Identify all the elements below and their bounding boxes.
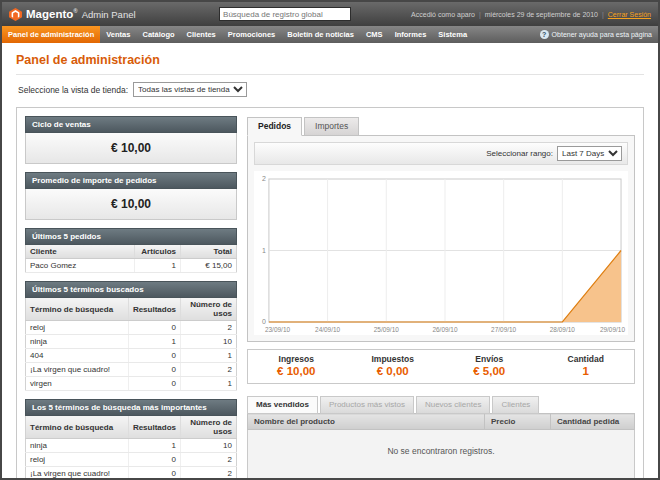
global-search-input[interactable]	[219, 7, 351, 21]
table-row[interactable]: 40401	[26, 349, 237, 363]
cell-value: 0	[128, 467, 180, 479]
cell-term: ninja	[26, 335, 129, 349]
logout-link[interactable]: Cerrar Sesión	[608, 11, 651, 18]
table-row[interactable]: ninja110	[26, 439, 237, 453]
table-header-row: ClienteArtículosTotal	[26, 245, 237, 259]
total-label: Cantidad	[538, 354, 635, 364]
column-header-resultados: Resultados	[128, 416, 180, 439]
panel-title: Los 5 términos de búsqueda más important…	[25, 399, 237, 416]
logo-subtext: Admin Panel	[82, 9, 136, 20]
last-orders-table: ClienteArtículosTotalPaco Gomez1€ 15,00	[25, 245, 237, 273]
svg-text:27/09/10: 27/09/10	[491, 326, 517, 333]
page-title: Panel de administración	[2, 43, 658, 74]
cell-term: 404	[26, 349, 129, 363]
nav-item-informes[interactable]: Informes	[389, 26, 433, 43]
cell-value: 2	[181, 363, 237, 377]
table-row[interactable]: ¡La virgen que cuadro!02	[26, 467, 237, 479]
header-user-area: Accedió como aparo | miércoles 29 de sep…	[411, 11, 651, 18]
dashboard-main-col: PedidosImportes Seleccionar rango: Last …	[247, 116, 635, 478]
tab-importes[interactable]: Importes	[304, 117, 359, 136]
nav-item-cms[interactable]: CMS	[360, 26, 389, 43]
panel-title: Promedio de importe de pedidos	[25, 172, 237, 189]
dashboard-sidebar: Ciclo de ventas € 10,00 Promedio de impo…	[25, 116, 237, 478]
registered-mark: ®	[73, 8, 77, 14]
average-orders-panel: Promedio de importe de pedidos € 10,00	[25, 172, 237, 220]
cell-term: reloj	[26, 321, 129, 335]
store-view-select[interactable]: Todas las vistas de tienda	[133, 82, 247, 97]
dashboard-content: Ciclo de ventas € 10,00 Promedio de impo…	[16, 107, 644, 478]
cell-term: Paco Gomez	[26, 259, 135, 273]
nav-item-promociones[interactable]: Promociones	[222, 26, 282, 43]
logo-text: Magento®	[26, 8, 78, 20]
column-header-cantidad-pedida: Cantidad pedida	[551, 414, 635, 430]
column-header-numero-de-usos: Número de usos	[181, 298, 237, 321]
tab-pedidos[interactable]: Pedidos	[247, 117, 302, 136]
cell-value: 10	[181, 439, 237, 453]
chart-tabs: PedidosImportes	[247, 117, 635, 136]
column-header-total: Total	[181, 245, 237, 259]
table-row[interactable]: ninja110	[26, 335, 237, 349]
cell-value: 2	[181, 321, 237, 335]
top-header: Magento® Admin Panel Accedió como aparo …	[2, 2, 658, 26]
cell-value: 0	[128, 321, 180, 335]
tab-clientes: Clientes	[492, 396, 539, 414]
column-header-nombre-del-producto: Nombre del producto	[248, 414, 485, 430]
range-label: Seleccionar rango:	[486, 149, 553, 158]
cell-value: 2	[181, 453, 237, 467]
orders-chart-container: 01223/09/1024/09/1025/09/1026/09/1027/09…	[254, 171, 628, 335]
svg-text:24/09/10: 24/09/10	[315, 326, 341, 333]
tab-nuevos-clientes: Nuevos clientes	[416, 396, 490, 414]
cell-value: 1	[135, 259, 181, 273]
lifetime-sales-panel: Ciclo de ventas € 10,00	[25, 116, 237, 164]
separator: |	[602, 11, 604, 18]
svg-text:29/09/10: 29/09/10	[600, 326, 626, 333]
tab-productos-mas-vistos: Productos más vistos	[320, 396, 414, 414]
magento-logo: Magento® Admin Panel	[9, 8, 159, 21]
range-selector-row: Seleccionar rango: Last 7 Days	[254, 142, 628, 165]
top-search-terms-panel: Los 5 términos de búsqueda más important…	[25, 399, 237, 478]
table-header-row: Término de búsquedaResultadosNúmero de u…	[26, 298, 237, 321]
top-search-terms-table: Término de búsquedaResultadosNúmero de u…	[25, 416, 237, 478]
column-header-articulos: Artículos	[135, 245, 181, 259]
cell-value: 1	[128, 439, 180, 453]
table-row[interactable]: reloj02	[26, 453, 237, 467]
lifetime-sales-value: € 10,00	[25, 133, 237, 164]
svg-text:0: 0	[262, 318, 266, 325]
last-search-terms-panel: Últimos 5 términos buscados Término de b…	[25, 281, 237, 391]
cell-value: 1	[181, 349, 237, 363]
nav-item-boletin-de-noticias[interactable]: Boletín de noticias	[281, 26, 360, 43]
table-row[interactable]: virgen01	[26, 377, 237, 391]
total-label: Ingresos	[248, 354, 345, 364]
total-ingresos: Ingresos€ 10,00	[248, 354, 345, 377]
nav-item-catalogo[interactable]: Catálogo	[136, 26, 180, 43]
cell-value: 10	[181, 335, 237, 349]
range-select[interactable]: Last 7 Days	[557, 146, 622, 161]
help-icon: ?	[540, 30, 549, 39]
nav-item-panel-de-administracion[interactable]: Panel de administración	[2, 26, 100, 43]
cell-term: virgen	[26, 377, 129, 391]
main-nav: Panel de administraciónVentasCatálogoCli…	[2, 26, 658, 43]
nav-item-ventas[interactable]: Ventas	[100, 26, 136, 43]
magento-admin-window: Magento® Admin Panel Accedió como aparo …	[0, 0, 660, 480]
cell-value: 0	[128, 453, 180, 467]
table-row[interactable]: ¡La virgen que cuadro!02	[26, 363, 237, 377]
table-row[interactable]: Paco Gomez1€ 15,00	[26, 259, 237, 273]
panel-title: Últimos 5 pedidos	[25, 228, 237, 245]
total-impuestos: Impuestos€ 0,00	[345, 354, 442, 377]
page-help-link[interactable]: ? Obtener ayuda para esta página	[534, 26, 658, 43]
table-row[interactable]: reloj02	[26, 321, 237, 335]
tab-mas-vendidos[interactable]: Más vendidos	[247, 396, 318, 414]
magento-logo-icon	[9, 8, 22, 21]
separator: |	[479, 11, 481, 18]
total-cantidad: Cantidad1	[538, 354, 635, 377]
svg-text:26/09/10: 26/09/10	[432, 326, 458, 333]
table-header-row: Término de búsquedaResultadosNúmero de u…	[26, 416, 237, 439]
cell-value: 0	[128, 377, 180, 391]
svg-text:1: 1	[262, 247, 266, 254]
nav-item-sistema[interactable]: Sistema	[432, 26, 473, 43]
total-value: € 10,00	[248, 365, 345, 377]
nav-items: Panel de administraciónVentasCatálogoCli…	[2, 26, 473, 43]
nav-item-clientes[interactable]: Clientes	[181, 26, 222, 43]
products-table: Nombre del productoPrecioCantidad pedida…	[247, 413, 635, 478]
logged-in-as: Accedió como aparo	[411, 11, 475, 18]
